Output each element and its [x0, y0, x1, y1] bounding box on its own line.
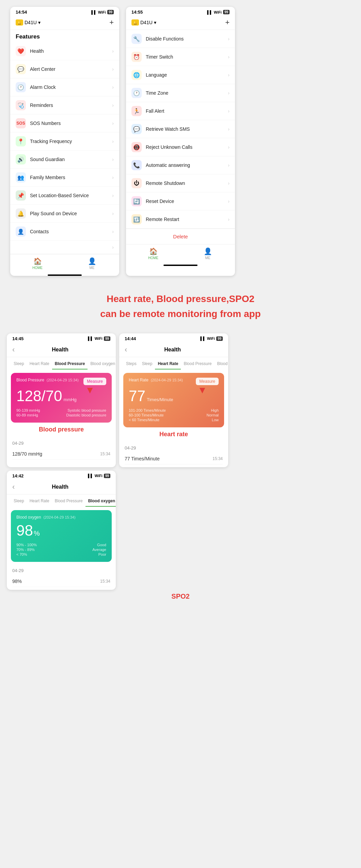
menu-item-alarm[interactable]: 🕐 Alarm Clock › — [10, 78, 119, 96]
menu-item-reset[interactable]: 🔄 Reset Device › — [126, 192, 235, 210]
tab-bp-hr[interactable]: Blood Pressure — [181, 360, 214, 369]
wifi-icon-2: WiFi — [214, 10, 222, 14]
menu-item-auto-answer[interactable]: 📞 Automatic answering › — [126, 156, 235, 174]
menu-item-reminders[interactable]: 🩺 Reminders › — [10, 96, 119, 114]
tab-sleep-hr[interactable]: Sleep — [139, 360, 155, 369]
menu-item-reject-calls[interactable]: 📵 Reject Unknown Calls › — [126, 138, 235, 156]
play-sound-icon: 🔔 — [16, 208, 26, 219]
menu-item-play-sound[interactable]: 🔔 Play Sound on Device › — [10, 205, 119, 223]
card-ranges-spo2: 90% - 100% Good 70% - 89% Average < 70% … — [16, 543, 106, 556]
tab-oxygen-bp[interactable]: Blood oxygen — [88, 360, 116, 369]
chevron-fall: › — [228, 108, 230, 114]
menu-item-tracking[interactable]: 📍 Tracking Frequency › — [10, 132, 119, 151]
tab-sleep-bp[interactable]: Sleep — [11, 360, 27, 369]
tab-bp-active[interactable]: Blood Pressure — [52, 360, 88, 369]
spo2-value: 98 — [16, 523, 33, 538]
home-label-1: HOME — [32, 266, 43, 270]
reminders-icon: 🩺 — [16, 100, 26, 110]
menu-item-shutdown[interactable]: ⏻ Remote Shutdown › — [126, 174, 235, 192]
sms-label: Retrieve Watch SMS — [146, 126, 228, 132]
contacts-label: Contacts — [30, 229, 112, 234]
menu-item-alert[interactable]: 💬 Alert Center › — [10, 60, 119, 78]
contacts-icon: 👤 — [16, 226, 26, 237]
health-label: Health — [30, 48, 112, 54]
tab-bar-2: 🏠 HOME 👤 ME — [126, 244, 235, 263]
health-history-spo2: 04-29 98% 15:34 — [7, 565, 116, 590]
chevron-alarm: › — [112, 84, 114, 90]
measure-btn-bp[interactable]: Measure — [83, 378, 106, 385]
history-time-hr: 15:34 — [213, 456, 223, 461]
phone-screen-2: 14:55 ▌▌ WiFi 99 🔔 D41U ▾ + 🔧 Disable Fu… — [126, 7, 235, 276]
tab-sleep-spo2[interactable]: Sleep — [11, 497, 27, 507]
signal-bp: ▌▌ — [88, 336, 93, 341]
alert-label: Alert Center — [30, 66, 112, 72]
wifi-bp: WiFi — [95, 336, 103, 341]
tab-me-1[interactable]: 👤 ME — [65, 257, 119, 270]
family-label: Family Members — [30, 175, 112, 180]
menu-item-family[interactable]: 👥 Family Members › — [10, 169, 119, 187]
tab-me-2[interactable]: 👤 ME — [180, 247, 235, 260]
tab-oxygen-hr[interactable]: Blood o — [214, 360, 228, 369]
tab-bp-spo2[interactable]: Blood Pressure — [52, 497, 85, 507]
fall-label: Fall Alert — [146, 108, 228, 114]
alert-icon: 💬 — [16, 64, 26, 74]
device-icon-1: 🔔 — [16, 19, 23, 26]
device-label-1: 🔔 D41U ▾ — [16, 19, 41, 26]
me-label-1: ME — [90, 266, 95, 270]
battery-2: 99 — [223, 10, 230, 14]
family-icon: 👥 — [16, 172, 26, 183]
battery-1: 99 — [107, 10, 114, 14]
tab-oxygen-active[interactable]: Blood oxygen — [85, 497, 116, 507]
history-date-spo2: 04-29 — [12, 568, 110, 573]
card-title-bp: Blood Pressure (2024-04-29 15:34) — [16, 378, 79, 382]
menu-item-health[interactable]: ❤️ Health › — [10, 42, 119, 60]
value-row-spo2: 98 % — [16, 522, 106, 539]
me-icon-2: 👤 — [204, 247, 212, 255]
chevron-contacts: › — [112, 229, 114, 234]
description-line1: Heart rate, Blood pressure,SPO2 — [14, 293, 347, 305]
tracking-icon: 📍 — [16, 136, 26, 146]
range-high-val: 101-200 Times/Minute — [129, 408, 166, 412]
add-button-1[interactable]: + — [109, 18, 114, 27]
menu-item-more[interactable]: › — [10, 241, 119, 254]
status-icons-spo2: ▌▌ WiFi 99 — [88, 474, 110, 478]
menu-item-disable[interactable]: 🔧 Disable Functions › — [126, 30, 235, 48]
signal-spo2: ▌▌ — [88, 474, 93, 478]
menu-item-fall[interactable]: 🏃 Fall Alert › — [126, 102, 235, 120]
add-button-2[interactable]: + — [225, 18, 230, 27]
menu-item-sms[interactable]: 💬 Retrieve Watch SMS › — [126, 120, 235, 138]
menu-item-contacts[interactable]: 👤 Contacts › — [10, 223, 119, 241]
history-value-bp: 128/70 mmHg — [12, 451, 42, 457]
status-icons-1: ▌▌ WiFi 99 — [91, 10, 114, 14]
tab-hr-bp[interactable]: Heart Rate — [27, 360, 52, 369]
label-normal: Normal — [207, 413, 219, 417]
tab-home-2[interactable]: 🏠 HOME — [126, 247, 180, 260]
menu-item-sound-guardian[interactable]: 🔊 Sound Guardian › — [10, 151, 119, 169]
health-card-bp: Blood Pressure (2024-04-29 15:34) Measur… — [11, 373, 112, 423]
menu-item-sos[interactable]: SOS SOS Numbers › — [10, 114, 119, 132]
card-ranges-hr: 101-200 Times/Minute High 60-100 Times/M… — [129, 408, 219, 422]
tab-home-1[interactable]: 🏠 HOME — [10, 257, 65, 270]
history-item-spo2: 98% 15:34 — [12, 576, 110, 587]
back-btn-bp[interactable]: ‹ — [12, 345, 15, 354]
menu-item-timer[interactable]: ⏰ Timer Switch › — [126, 48, 235, 66]
back-btn-spo2[interactable]: ‹ — [12, 483, 15, 491]
tab-hr-spo2[interactable]: Heart Rate — [27, 497, 52, 507]
tab-hr-active[interactable]: Heart Rate — [155, 360, 181, 369]
home-icon-2: 🏠 — [149, 247, 158, 255]
tab-steps-hr[interactable]: Steps — [123, 360, 139, 369]
menu-item-location[interactable]: 📌 Set Location-Based Service › — [10, 187, 119, 205]
range-diastolic: 60-89 mmHg — [16, 413, 38, 417]
back-btn-hr[interactable]: ‹ — [125, 345, 127, 354]
description-line2: can be remote monitoring from app — [14, 308, 347, 320]
menu-item-timezone[interactable]: 🕐 Time Zone › — [126, 84, 235, 102]
measure-btn-hr[interactable]: Measure — [196, 378, 219, 385]
menu-item-language[interactable]: 🌐 Language › — [126, 66, 235, 84]
sound-guardian-label: Sound Guardian — [30, 157, 112, 162]
label-high: High — [211, 408, 219, 412]
delete-button[interactable]: Delete — [126, 228, 235, 244]
card-title-row-bp: Blood Pressure (2024-04-29 15:34) Measur… — [16, 378, 106, 385]
menu-item-restart[interactable]: 🔃 Remote Restart › — [126, 210, 235, 228]
chevron-shutdown: › — [228, 180, 230, 186]
status-bar-spo2: 14:42 ▌▌ WiFi 99 — [7, 471, 116, 480]
